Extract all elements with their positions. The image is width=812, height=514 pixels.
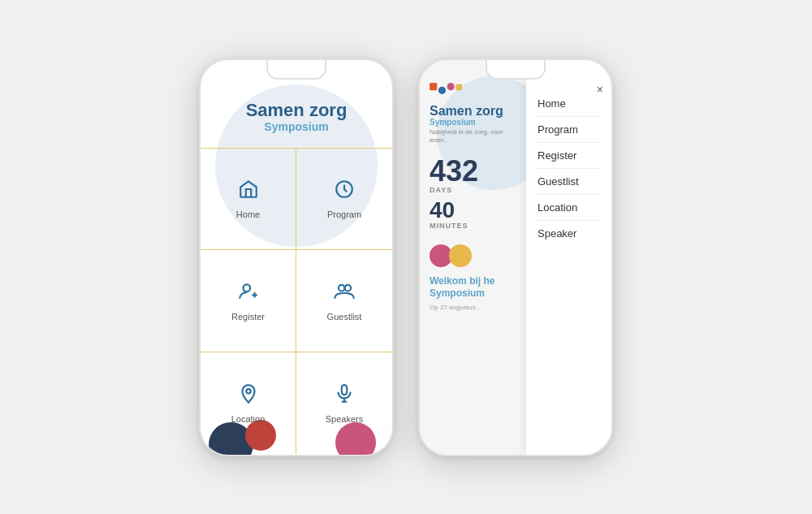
phone2-main-title: Samen zorg	[430, 104, 516, 119]
grid-cell-guestlist[interactable]: Guestlist	[296, 250, 392, 352]
grid-cell-program[interactable]: Program	[296, 149, 392, 251]
grid-label-guestlist: Guestlist	[327, 312, 362, 322]
add-user-icon	[238, 281, 259, 307]
grid-cell-register[interactable]: Register	[201, 250, 296, 352]
phone2-main: Samen zorg Symposium Nabijheid in de zor…	[420, 60, 526, 455]
countdown-minutes-label: MINUTES	[430, 222, 516, 230]
home-icon	[238, 179, 259, 205]
grid-cell-location[interactable]: Location	[201, 352, 296, 455]
menu-items-list: Home Program Register Guestlist Location…	[534, 91, 603, 246]
phone2-menu: × Home Program Register Guestlist Locati…	[526, 60, 611, 455]
welkom-date: Op 27 augustus...	[430, 304, 516, 311]
countdown: 432 DAYS 40 MINUTES	[430, 157, 516, 235]
phone2-welkom: Welkom bij heSymposium Op 27 augustus...	[430, 275, 516, 311]
menu-item-register[interactable]: Register	[534, 143, 603, 169]
countdown-days-number: 432	[430, 157, 516, 186]
phone1: Samen zorg Symposium Home	[199, 58, 394, 456]
grid-label-program: Program	[327, 209, 361, 219]
svg-rect-8	[430, 83, 437, 90]
dec-c2	[449, 244, 472, 267]
svg-rect-9	[438, 86, 446, 93]
location-pin-icon	[238, 383, 259, 409]
grid-label-speakers: Speakers	[326, 414, 363, 424]
phone2-content: Samen zorg Symposium Nabijheid in de zor…	[420, 60, 611, 455]
countdown-minutes-number: 40	[430, 199, 516, 222]
menu-item-program[interactable]: Program	[534, 117, 603, 143]
phone2-header: Samen zorg Symposium Nabijheid in de zor…	[430, 104, 516, 145]
users-icon	[334, 281, 355, 307]
svg-point-1	[243, 284, 250, 292]
phone1-grid: Home Program	[201, 148, 392, 455]
phone1-title: Samen zorg Symposium	[246, 101, 348, 133]
svg-rect-10	[447, 83, 455, 90]
svg-point-3	[345, 284, 352, 291]
menu-item-speaker[interactable]: Speaker	[534, 221, 603, 246]
grid-label-home: Home	[236, 209, 260, 219]
microphone-icon	[334, 383, 355, 409]
svg-rect-11	[456, 84, 462, 90]
svg-point-4	[246, 389, 250, 393]
phone2-logo	[430, 83, 516, 94]
svg-rect-5	[342, 385, 348, 395]
phone2: Samen zorg Symposium Nabijheid in de zor…	[418, 58, 613, 456]
dec-circles-row	[430, 244, 516, 267]
welkom-title: Welkom bij heSymposium	[430, 275, 516, 300]
phone2-subtitle: Symposium	[430, 118, 516, 127]
phone1-content: Samen zorg Symposium Home	[201, 60, 392, 455]
phone1-subtitle: Symposium	[246, 120, 348, 133]
svg-point-2	[339, 284, 345, 291]
phones-container: Samen zorg Symposium Home	[183, 42, 629, 473]
menu-item-guestlist[interactable]: Guestlist	[534, 169, 603, 195]
clock-icon	[334, 179, 355, 205]
grid-cell-speakers[interactable]: Speakers	[296, 352, 392, 455]
grid-cell-home[interactable]: Home	[201, 149, 296, 251]
grid-label-location: Location	[231, 414, 266, 424]
grid-label-register: Register	[231, 312, 265, 322]
menu-item-home[interactable]: Home	[534, 91, 603, 117]
phone2-tagline: Nabijheid in de zorg, voor ieder...	[430, 128, 516, 145]
phone1-main-title: Samen zorg	[246, 101, 348, 120]
menu-close-button[interactable]: ×	[597, 83, 603, 96]
menu-item-location[interactable]: Location	[534, 195, 603, 221]
